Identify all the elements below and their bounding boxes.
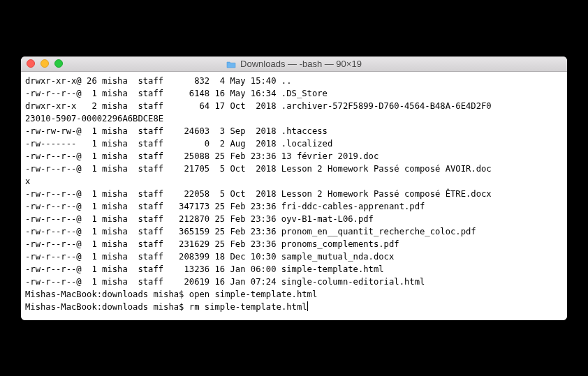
shell-command: open simple-template.html [189, 289, 317, 299]
terminal-body[interactable]: drwxr-xr-x@ 26 misha staff 832 4 May 15:… [21, 72, 567, 320]
shell-command: rm simple-template.html [189, 302, 307, 312]
window-title-text: Downloads — -bash — 90×19 [240, 59, 362, 69]
ls-output: drwxr-xr-x@ 26 misha staff 832 4 May 15:… [25, 76, 492, 287]
prompt-line: Mishas-MacBook:downloads misha$ open sim… [25, 288, 563, 301]
shell-prompt: Mishas-MacBook:downloads misha$ [25, 289, 189, 299]
terminal-window: Downloads — -bash — 90×19 drwxr-xr-x@ 26… [21, 57, 567, 320]
prompt-line: Mishas-MacBook:downloads misha$ rm simpl… [25, 301, 563, 313]
text-cursor [307, 301, 308, 311]
traffic-lights [21, 59, 63, 68]
close-icon[interactable] [27, 59, 35, 68]
shell-prompt: Mishas-MacBook:downloads misha$ [25, 302, 189, 312]
folder-icon [226, 60, 236, 68]
window-title: Downloads — -bash — 90×19 [21, 59, 567, 69]
maximize-icon[interactable] [54, 59, 63, 68]
minimize-icon[interactable] [41, 59, 49, 68]
titlebar[interactable]: Downloads — -bash — 90×19 [21, 57, 567, 72]
